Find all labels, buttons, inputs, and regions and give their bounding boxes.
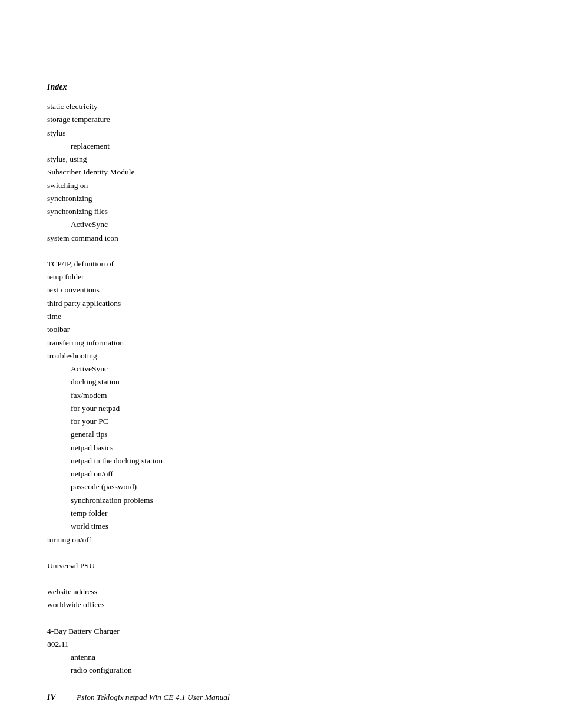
list-item: 4-Bay Battery Charger — [47, 625, 515, 638]
t-index-group: TCP/IP, definition of temp folder text c… — [47, 258, 515, 546]
list-item: 802.11 — [47, 638, 515, 651]
list-item: worldwide offices — [47, 598, 515, 611]
list-item: toolbar — [47, 323, 515, 336]
list-item: temp folder — [47, 271, 515, 284]
list-item: antenna — [47, 651, 515, 664]
list-item: docking station — [47, 375, 515, 388]
list-item: troubleshooting — [47, 350, 515, 363]
list-item: synchronizing files — [47, 205, 515, 218]
list-item: fax/modem — [47, 389, 515, 402]
list-item: turning on/off — [47, 533, 515, 546]
list-item: temp folder — [47, 507, 515, 520]
list-item: static electricity — [47, 100, 515, 113]
list-item: synchronizing — [47, 192, 515, 205]
list-item: website address — [47, 585, 515, 598]
s-index-group: static electricity storage temperature s… — [47, 100, 515, 245]
list-item: time — [47, 310, 515, 323]
list-item: replacement — [47, 140, 515, 153]
page-container: Index static electricity storage tempera… — [0, 0, 562, 728]
footer-title: Psion Teklogix netpad Win CE 4.1 User Ma… — [77, 693, 230, 702]
list-item: passcode (password) — [47, 480, 515, 493]
list-item: TCP/IP, definition of — [47, 258, 515, 271]
list-item: netpad basics — [47, 442, 515, 454]
footer-page-number: IV — [47, 693, 65, 702]
section-title: Index — [47, 83, 515, 92]
list-item: for your PC — [47, 415, 515, 428]
list-item: ActiveSync — [47, 218, 515, 231]
list-item: switching on — [47, 179, 515, 192]
list-item: Subscriber Identity Module — [47, 166, 515, 179]
list-item: text conventions — [47, 284, 515, 297]
list-item: Universal PSU — [47, 559, 515, 572]
index-groups: static electricity storage temperature s… — [47, 100, 515, 677]
list-item: for your netpad — [47, 402, 515, 415]
u-index-group: Universal PSU — [47, 559, 515, 572]
list-item: stylus — [47, 127, 515, 140]
list-item: synchronization problems — [47, 494, 515, 507]
list-item: ActiveSync — [47, 363, 515, 375]
list-item: third party applications — [47, 297, 515, 310]
list-item: storage temperature — [47, 113, 515, 126]
list-item: netpad on/off — [47, 467, 515, 480]
list-item: world times — [47, 520, 515, 533]
page-footer: IV Psion Teklogix netpad Win CE 4.1 User… — [47, 693, 515, 702]
num-index-group: 4-Bay Battery Charger 802.11 antenna rad… — [47, 625, 515, 677]
list-item: stylus, using — [47, 153, 515, 166]
list-item: radio configuration — [47, 664, 515, 677]
w-index-group: website address worldwide offices — [47, 585, 515, 612]
list-item: system command icon — [47, 232, 515, 245]
list-item: transferring information — [47, 337, 515, 350]
list-item: general tips — [47, 428, 515, 441]
list-item: netpad in the docking station — [47, 454, 515, 467]
